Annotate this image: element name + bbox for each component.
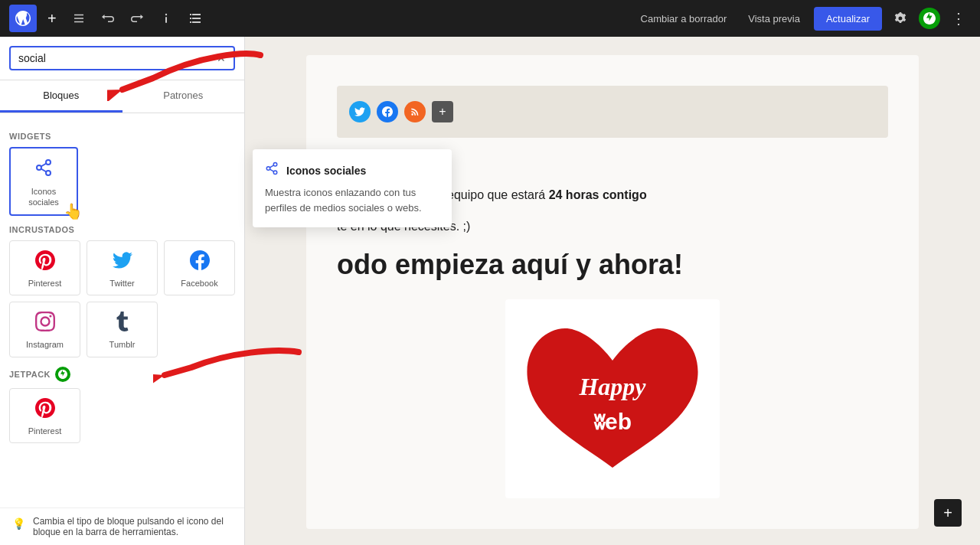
svg-point-9 (37, 165, 41, 170)
svg-text:Happy: Happy (578, 373, 646, 400)
svg-rect-4 (190, 18, 191, 19)
jetpack-grid: Pinterest (9, 388, 235, 443)
wordpress-logo[interactable] (9, 5, 37, 32)
instagram-label: Instagram (26, 339, 64, 350)
svg-point-16 (266, 167, 270, 171)
sidebar-content: WIDGETS Iconossociales 👆 INCRUSTADOS (0, 113, 244, 507)
editor-block: + ios! mucho más, con un equipo que esta… (306, 55, 919, 529)
twitter-label: Twitter (109, 278, 134, 289)
share-icon (34, 158, 53, 181)
hint-text: Cambia el tipo de bloque pulsando el ico… (33, 516, 232, 537)
sidebar-tabs: Bloques Patrones (0, 80, 244, 113)
update-button[interactable]: Actualizar (814, 7, 882, 31)
block-tooltip: Iconos sociales Muestra iconos enlazando… (253, 149, 452, 227)
page-layout: social ✕ Bloques Patrones WIDGETS Iconos… (0, 37, 980, 545)
block-item-twitter[interactable]: Twitter (87, 240, 158, 295)
block-item-social-icons[interactable]: Iconossociales 👆 (9, 147, 78, 216)
incrustados-grid: Pinterest Twitter Facebook (9, 240, 235, 357)
widgets-items-row: Iconossociales 👆 (9, 147, 235, 216)
tab-patterns[interactable]: Patrones (122, 80, 245, 113)
list-view-button[interactable] (184, 7, 207, 30)
preview-button[interactable]: Vista previa (740, 8, 808, 29)
jetpack-badge-icon (55, 367, 70, 382)
toolbar-right: Cambiar a borrador Vista previa Actualiz… (633, 6, 971, 31)
social-icons-block: + (337, 86, 888, 138)
tooltip-header: Iconos sociales (265, 162, 439, 179)
tumblr-label: Tumblr (109, 339, 136, 350)
add-block-bottom-button[interactable]: + (934, 499, 962, 527)
happy-web-card: Happy ʬeb (505, 299, 720, 498)
facebook-label: Facebook (181, 278, 217, 289)
tools-button[interactable] (67, 7, 90, 30)
svg-line-19 (270, 165, 273, 168)
sidebar: social ✕ Bloques Patrones WIDGETS Iconos… (0, 37, 245, 545)
tooltip-description: Muestra iconos enlazando con tus perfile… (265, 185, 439, 215)
svg-point-10 (46, 171, 51, 175)
block-item-instagram[interactable]: Instagram (9, 302, 80, 357)
pinterest-jp-label: Pinterest (28, 426, 61, 436)
tab-blocks[interactable]: Bloques (0, 80, 122, 113)
info-button[interactable] (155, 7, 178, 30)
hint-bar: 💡 Cambia el tipo de bloque pulsando el i… (0, 507, 244, 545)
twitter-social-dot[interactable] (349, 101, 371, 122)
cursor-icon: 👆 (64, 202, 83, 220)
svg-rect-5 (192, 18, 201, 19)
pinterest-jp-icon (35, 398, 55, 421)
save-draft-button[interactable]: Cambiar a borrador (633, 8, 735, 29)
settings-button[interactable] (888, 6, 913, 31)
happy-web-logo: Happy ʬeb (521, 315, 704, 483)
jetpack-button[interactable] (919, 8, 940, 29)
pinterest-icon (35, 250, 55, 273)
hint-icon: 💡 (12, 517, 25, 530)
social-icons-label: Iconossociales (28, 186, 59, 208)
facebook-icon (190, 250, 210, 273)
editor-bold-text: 24 horas contigo (549, 188, 647, 201)
svg-line-11 (41, 168, 47, 171)
pinterest-label: Pinterest (28, 278, 61, 289)
toolbar-left: + (9, 5, 207, 32)
widgets-section-label: WIDGETS (9, 132, 235, 141)
svg-point-17 (273, 171, 277, 175)
svg-line-12 (41, 163, 47, 166)
block-item-pinterest[interactable]: Pinterest (9, 240, 80, 295)
instagram-icon (35, 312, 55, 335)
search-input-wrap: social ✕ (9, 46, 235, 70)
search-input[interactable]: social (18, 52, 212, 64)
more-options-button[interactable]: ⋮ (946, 6, 971, 31)
svg-rect-6 (190, 21, 191, 23)
svg-rect-3 (192, 14, 201, 15)
toolbar: + Cambiar a borrador Vista previa Actual… (0, 0, 980, 37)
svg-point-0 (165, 14, 166, 15)
svg-rect-7 (192, 21, 201, 23)
svg-line-18 (270, 169, 273, 171)
svg-rect-2 (190, 14, 191, 15)
twitter-icon (113, 250, 132, 273)
undo-button[interactable] (96, 7, 119, 30)
block-item-facebook[interactable]: Facebook (164, 240, 235, 295)
rss-social-dot[interactable] (404, 101, 426, 122)
facebook-social-dot[interactable] (377, 101, 398, 122)
jetpack-section-label: JETPACK (9, 367, 235, 382)
search-box: social ✕ (0, 37, 244, 80)
add-social-dot[interactable]: + (432, 101, 453, 122)
tumblr-icon (113, 312, 132, 335)
add-block-toolbar-button[interactable]: + (43, 6, 61, 31)
main-area: + ios! mucho más, con un equipo que esta… (245, 37, 980, 545)
svg-text:ʬeb: ʬeb (593, 409, 632, 434)
search-clear-button[interactable]: ✕ (217, 53, 226, 64)
tooltip-title: Iconos sociales (286, 165, 366, 177)
svg-rect-1 (165, 17, 167, 23)
redo-button[interactable] (126, 7, 149, 30)
tooltip-share-icon (265, 162, 279, 179)
editor-heading: odo empieza aquí y ahora! (337, 249, 888, 281)
svg-point-8 (46, 160, 51, 165)
svg-point-15 (273, 163, 277, 167)
block-item-tumblr[interactable]: Tumblr (87, 302, 158, 357)
jetpack-section-text: JETPACK (9, 370, 51, 379)
incrustados-section-label: INCRUSTADOS (9, 225, 235, 234)
block-item-pinterest-jp[interactable]: Pinterest (9, 388, 80, 443)
social-icons-row: + (349, 98, 876, 126)
